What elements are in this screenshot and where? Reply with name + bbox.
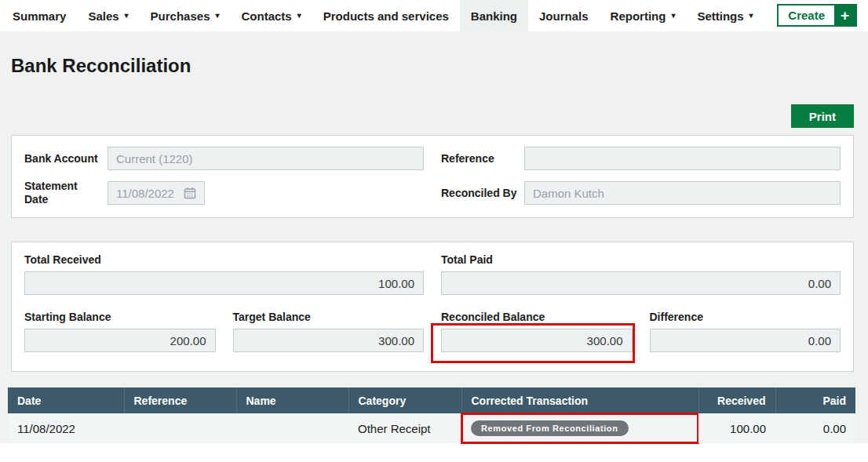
column-header-category: Category [348,387,461,413]
chevron-down-icon: ▾ [216,12,220,20]
column-header-received: Received [698,387,775,413]
nav-item-reporting[interactable]: Reporting▾ [600,0,687,31]
difference-cell: Difference 0.00 [650,311,841,352]
nav-item-label: Settings [697,9,743,23]
column-header-date: Date [8,387,124,413]
statement-date-value: 11/08/2022 [116,187,174,200]
nav-item-purchases[interactable]: Purchases▾ [140,0,231,31]
cell-category: Other Receipt [348,413,461,443]
column-header-reference: Reference [124,387,236,413]
target-balance-cell: Target Balance 300.00 [233,311,425,352]
statement-date-input[interactable]: 11/08/2022 [108,181,205,205]
nav-item-summary[interactable]: Summary [2,0,77,31]
reconciled-by-label: Reconciled By [441,187,524,200]
nav-item-label: Sales [88,9,119,23]
chevron-down-icon: ▾ [297,12,301,20]
nav-item-products-and-services[interactable]: Products and services [312,0,460,31]
reconciled-balance-label: Reconciled Balance [441,311,633,324]
statement-date-row: Statement Date 11/08/2022 [24,180,424,206]
nav-item-label: Purchases [151,9,210,23]
reconciled-balance-cell: Reconciled Balance 300.00 [441,311,633,352]
table-row[interactable]: 11/08/2022 Other Receipt Removed From Re… [8,413,855,443]
transactions-table: Date Reference Name Category Corrected T… [8,387,855,443]
nav-item-sales[interactable]: Sales▾ [77,0,139,31]
print-button[interactable]: Print [791,104,854,128]
create-button[interactable]: Create + [777,4,857,27]
starting-balance-label: Starting Balance [24,311,216,324]
nav-item-label: Banking [471,9,517,23]
nav-item-label: Reporting [611,9,666,23]
print-row: Print [11,104,854,128]
nav-item-banking[interactable]: Banking [460,0,528,31]
total-paid-cell: Total Paid 0.00 [441,253,841,295]
bank-account-row: Bank Account [24,147,424,170]
difference-label: Difference [650,311,841,324]
reference-input[interactable] [524,147,841,170]
total-paid-label: Total Paid [441,253,841,267]
plus-icon: + [834,5,855,25]
cell-name [236,413,348,443]
cell-date: 11/08/2022 [8,413,124,443]
nav-item-label: Journals [539,9,589,23]
reconciled-by-row: Reconciled By [441,180,841,206]
totals-panel: Total Received 100.00 Total Paid 0.00 St… [11,242,854,372]
reconciled-balance-value: 300.00 [441,329,633,352]
chevron-down-icon: ▾ [749,12,753,20]
top-navigation: Summary Sales▾ Purchases▾ Contacts▾ Prod… [0,0,868,31]
reference-label: Reference [441,152,524,166]
cell-received: 100.00 [698,413,775,443]
create-button-label: Create [779,5,834,25]
transactions-table-section: Date Reference Name Category Corrected T… [8,387,855,443]
nav-item-label: Contacts [242,9,292,23]
bottom-whitespace [0,443,868,462]
target-balance-label: Target Balance [233,311,425,324]
starting-balance-cell: Starting Balance 200.00 [24,311,216,352]
reconciled-by-input[interactable] [524,181,841,205]
bank-account-label: Bank Account [24,152,108,166]
reference-row: Reference [441,147,841,170]
chevron-down-icon: ▾ [125,12,129,20]
column-header-corrected-transaction: Corrected Transaction [461,387,698,413]
removed-from-reconciliation-badge: Removed From Reconciliation [471,420,629,436]
table-header-row: Date Reference Name Category Corrected T… [8,387,855,413]
chevron-down-icon: ▾ [671,12,675,20]
cell-corrected-transaction: Removed From Reconciliation [461,413,698,443]
page-title: Bank Reconciliation [11,55,868,77]
statement-date-label: Statement Date [24,180,108,206]
cell-reference [124,413,236,443]
total-received-value: 100.00 [24,271,424,295]
nav-item-contacts[interactable]: Contacts▾ [231,0,312,31]
column-header-name: Name [236,387,348,413]
column-header-paid: Paid [775,387,855,413]
total-received-cell: Total Received 100.00 [24,253,424,295]
bank-account-input[interactable] [108,147,424,170]
nav-item-label: Summary [13,9,66,23]
target-balance-value: 300.00 [233,329,425,352]
total-received-label: Total Received [24,253,424,267]
calendar-icon[interactable] [184,187,196,199]
starting-balance-value: 200.00 [24,329,216,352]
total-paid-value: 0.00 [441,271,841,295]
cell-paid: 0.00 [775,413,855,443]
difference-value: 0.00 [650,329,841,352]
nav-item-settings[interactable]: Settings▾ [686,0,764,31]
nav-item-label: Products and services [323,9,449,23]
nav-item-journals[interactable]: Journals [528,0,600,31]
reconciliation-details-panel: Bank Account Reference Statement Date 11… [11,135,854,218]
